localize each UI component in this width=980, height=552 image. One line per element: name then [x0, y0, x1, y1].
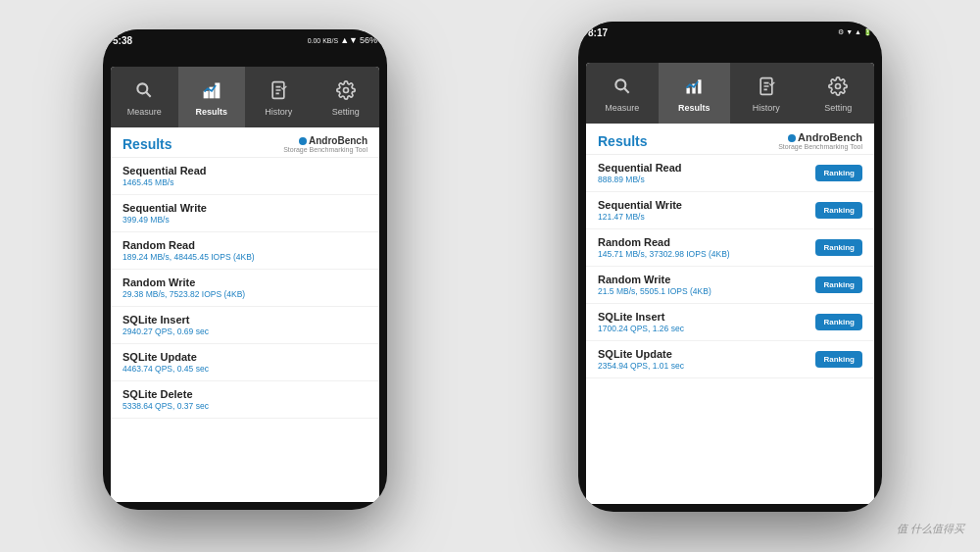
phone-back: 5:38 0.00 KB/S ▲▼ 56% Measu	[103, 29, 387, 510]
bench-row-name: SQLite Insert	[598, 311, 684, 323]
ranking-button-front-0[interactable]: Ranking	[815, 165, 862, 181]
bench-row-value: 189.24 MB/s, 48445.45 IOPS (4KB)	[122, 252, 255, 262]
tab-results-back[interactable]: Results	[178, 67, 246, 127]
svg-line-11	[624, 88, 629, 93]
tab-history-back[interactable]: History	[245, 67, 313, 127]
svg-line-1	[146, 92, 151, 97]
svg-point-0	[138, 83, 148, 93]
bench-list-front: Sequential Read 888.89 MB/s Ranking Sequ…	[586, 155, 874, 378]
bench-row-info: SQLite Update 4463.74 QPS, 0.45 sec	[122, 351, 209, 374]
tab-results-front[interactable]: Results	[659, 63, 731, 124]
tab-setting-front[interactable]: Setting	[803, 63, 875, 124]
results-header-front: Results AndroBench Storage Benchmarking …	[586, 124, 874, 155]
results-header-back: Results AndroBench Storage Benchmarking …	[111, 127, 379, 158]
logo-sub-back: Storage Benchmarking Tool	[283, 146, 368, 153]
bench-row-name: Random Write	[122, 276, 245, 288]
bench-row-back-5: SQLite Update 4463.74 QPS, 0.45 sec	[111, 344, 379, 381]
bench-row-back-1: Sequential Write 399.49 MB/s	[111, 195, 379, 232]
battery-front-icon: 🔋	[863, 28, 872, 36]
tab-label-setting-front: Setting	[824, 103, 852, 113]
tab-measure-front[interactable]: Measure	[586, 63, 659, 124]
search-icon-back	[134, 80, 154, 105]
bench-row-info: Sequential Write 121.47 MB/s	[598, 199, 682, 222]
status-icons-front: ⚙ ▼ ▲ 🔋	[838, 28, 872, 36]
bench-row-value: 888.89 MB/s	[598, 175, 682, 184]
chart-icon-front	[684, 76, 704, 101]
watermark: 值 什么值得买	[897, 522, 964, 536]
bench-row-name: Random Write	[598, 274, 711, 285]
bench-row-info: SQLite Insert 1700.24 QPS, 1.26 sec	[598, 311, 684, 333]
bench-row-info: SQLite Delete 5338.64 QPS, 0.37 sec	[122, 388, 209, 411]
bench-row-name: SQLite Delete	[122, 388, 209, 400]
status-bar-front: 8:17 ⚙ ▼ ▲ 🔋	[578, 22, 882, 43]
bench-row-name: Random Read	[598, 236, 730, 248]
bench-row-value: 145.71 MB/s, 37302.98 IOPS (4KB)	[598, 249, 730, 259]
tab-label-results-back: Results	[195, 107, 227, 117]
tab-label-measure-front: Measure	[605, 103, 639, 113]
bench-row-front-4: SQLite Insert 1700.24 QPS, 1.26 sec Rank…	[586, 304, 874, 341]
bench-row-front-3: Random Write 21.5 MB/s, 5505.1 IOPS (4KB…	[586, 267, 874, 304]
ranking-button-front-5[interactable]: Ranking	[815, 351, 862, 368]
tab-label-history-front: History	[753, 103, 780, 113]
bench-row-value: 121.47 MB/s	[598, 212, 682, 222]
search-icon-front	[612, 76, 632, 101]
logo-dot-back	[299, 137, 307, 145]
svg-point-9	[343, 87, 348, 92]
bench-row-name: Random Read	[122, 239, 255, 251]
ranking-button-front-4[interactable]: Ranking	[815, 314, 862, 330]
bench-row-info: Random Read 145.71 MB/s, 37302.98 IOPS (…	[598, 236, 730, 259]
ranking-button-front-2[interactable]: Ranking	[815, 239, 862, 256]
nav-tabs-back: Measure Results	[111, 67, 379, 127]
bench-row-name: Sequential Write	[598, 199, 682, 211]
logo-dot-front	[788, 134, 796, 142]
phone-front: 8:17 ⚙ ▼ ▲ 🔋 Measure	[578, 22, 882, 512]
logo-sub-front: Storage Benchmarking Tool	[778, 143, 862, 150]
svg-rect-12	[687, 87, 690, 93]
bench-row-front-2: Random Read 145.71 MB/s, 37302.98 IOPS (…	[586, 229, 874, 267]
bench-list-back: Sequential Read 1465.45 MB/s Sequential …	[111, 158, 379, 419]
svg-point-19	[836, 83, 841, 88]
status-bar-back: 5:38 0.00 KB/S ▲▼ 56%	[103, 29, 387, 51]
ranking-button-front-3[interactable]: Ranking	[815, 276, 862, 293]
bench-row-value: 2354.94 QPS, 1.01 sec	[598, 361, 684, 371]
bench-row-name: Sequential Read	[122, 165, 207, 176]
bench-row-info: Sequential Read 888.89 MB/s	[598, 162, 682, 184]
battery-icon: 56%	[360, 35, 377, 45]
tab-measure-back[interactable]: Measure	[111, 67, 178, 127]
bench-row-value: 1465.45 MB/s	[122, 177, 207, 187]
bench-row-info: SQLite Insert 2940.27 QPS, 0.69 sec	[122, 314, 209, 336]
bench-row-back-0: Sequential Read 1465.45 MB/s	[111, 158, 379, 195]
wifi-icon: ▲▼	[340, 35, 358, 45]
bench-row-info: Random Read 189.24 MB/s, 48445.45 IOPS (…	[122, 239, 255, 262]
results-title-back: Results	[122, 136, 172, 152]
tab-label-setting-back: Setting	[332, 107, 360, 117]
doc-icon-front	[757, 76, 776, 101]
bench-row-value: 2940.27 QPS, 0.69 sec	[122, 326, 209, 336]
tab-label-results-front: Results	[678, 103, 710, 113]
status-time-back: 5:38	[113, 35, 132, 46]
ranking-button-front-1[interactable]: Ranking	[815, 202, 862, 219]
bench-row-back-3: Random Write 29.38 MB/s, 7523.82 IOPS (4…	[111, 270, 379, 307]
tab-history-front[interactable]: History	[730, 63, 803, 124]
bench-row-name: Sequential Write	[122, 202, 207, 214]
bench-row-front-0: Sequential Read 888.89 MB/s Ranking	[586, 155, 874, 192]
logo-front: AndroBench Storage Benchmarking Tool	[778, 131, 862, 150]
bench-row-back-6: SQLite Delete 5338.64 QPS, 0.37 sec	[111, 381, 379, 419]
tab-setting-back[interactable]: Setting	[313, 67, 380, 127]
nav-tabs-front: Measure Results	[586, 63, 874, 124]
bench-row-name: SQLite Update	[122, 351, 209, 363]
kb-icon: 0.00 KB/S	[308, 37, 339, 44]
content-front: Results AndroBench Storage Benchmarking …	[586, 124, 874, 378]
chart-icon-back	[202, 80, 221, 105]
signal-icon: ⚙ ▼ ▲	[838, 28, 861, 36]
bench-row-info: Random Write 29.38 MB/s, 7523.82 IOPS (4…	[122, 276, 245, 299]
bench-row-info: Sequential Write 399.49 MB/s	[122, 202, 207, 225]
bench-row-info: Sequential Read 1465.45 MB/s	[122, 165, 207, 187]
bench-row-front-5: SQLite Update 2354.94 QPS, 1.01 sec Rank…	[586, 341, 874, 378]
scene: 5:38 0.00 KB/S ▲▼ 56% Measu	[0, 0, 980, 552]
bench-row-value: 1700.24 QPS, 1.26 sec	[598, 324, 684, 333]
doc-icon-back	[269, 80, 288, 105]
logo-back: AndroBench Storage Benchmarking Tool	[283, 135, 368, 153]
bench-row-value: 29.38 MB/s, 7523.82 IOPS (4KB)	[122, 289, 245, 299]
bench-row-name: Sequential Read	[598, 162, 682, 174]
